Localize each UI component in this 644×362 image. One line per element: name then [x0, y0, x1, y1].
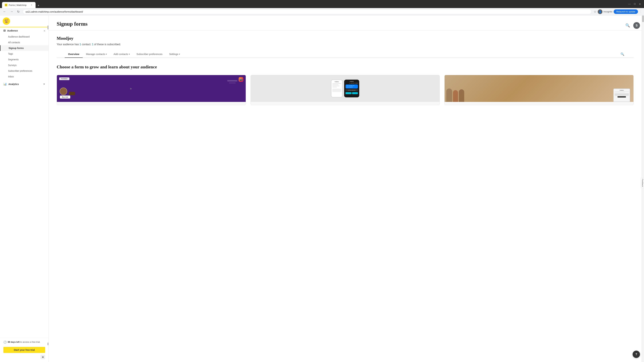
audience-section-header[interactable]: ⊟ Audience « — [0, 27, 48, 34]
sidebar-trial-area: 🕐 89 days left to access a free trial. S… — [0, 338, 48, 362]
subscribed-count-link[interactable]: 1 — [92, 43, 94, 46]
card2-sms-mockup: TANDU +1 234 567 0000 Your package has b… — [344, 80, 359, 97]
analytics-section-title: 📊 Analytics — [3, 82, 19, 86]
right-scrollbar[interactable] — [642, 15, 644, 362]
sidebar-item-signup-forms[interactable]: Signup forms — [0, 45, 48, 51]
bookmark-button[interactable]: ☆ — [594, 10, 596, 13]
window-minimize[interactable]: — — [627, 2, 632, 6]
sidebar: 🐒 ⊟ Audience « Audience dashboard All co… — [0, 15, 49, 362]
global-header-icons: 🔍 S — [626, 22, 640, 29]
form-card-landing[interactable]: TANDU — [444, 75, 634, 105]
audience-section-title: ⊟ Audience — [3, 29, 18, 32]
sidebar-item-inbox[interactable]: Inbox — [0, 74, 48, 79]
subnav-add-contacts[interactable]: Add contacts ▾ — [110, 51, 133, 58]
address-input[interactable] — [23, 9, 592, 14]
panel-toggle-icon[interactable]: ▣ — [40, 355, 45, 359]
main-area: Signup forms 🔍 S Moodjoy Your audience h… — [49, 15, 644, 362]
tab-favicon: M — [5, 4, 8, 6]
audience-subtitle: Your audience has 1 contact. 1 of these … — [57, 43, 634, 46]
address-bar: ← → ↻ ☆ 👤 Incognito Relaunch to update ⋮ — [0, 8, 644, 15]
card-image-3: TANDU — [444, 75, 634, 102]
card1-buy-btn: Buy now — [60, 95, 70, 98]
subnav-subscriber-preferences[interactable]: Subscriber preferences — [133, 51, 166, 58]
sidebar-item-all-contacts[interactable]: All contacts — [0, 39, 48, 45]
sidebar-nav: Audience dashboard All contacts Signup f… — [0, 34, 48, 79]
analytics-section-header[interactable]: 📊 Analytics ▼ — [0, 81, 48, 87]
sidebar-scrollbar-bottom — [48, 343, 48, 345]
tab-close-button[interactable]: × — [30, 4, 33, 6]
add-contacts-chevron: ▾ — [129, 53, 130, 55]
analytics-icon: 📊 — [3, 82, 7, 86]
form-cards: TANDU 📷 Buy now — [57, 75, 634, 105]
card3-bg — [444, 75, 634, 102]
subnav-search-button[interactable]: 🔍 — [619, 51, 626, 57]
contacts-count-link[interactable]: 1 — [80, 43, 81, 46]
form-card-embedded[interactable]: TANDU 📷 Buy now — [57, 75, 246, 105]
app-layout: 🐒 ⊟ Audience « Audience dashboard All co… — [0, 15, 644, 362]
card3-people — [446, 85, 466, 102]
audience-name: Moodjoy — [57, 36, 634, 41]
window-maximize[interactable]: ⊡ — [633, 2, 637, 6]
subnav-overview[interactable]: Overview — [65, 51, 83, 58]
sidebar-item-tags[interactable]: Tags — [0, 51, 48, 57]
incognito-icon: 👤 — [598, 9, 602, 14]
incognito-label: Incognito — [604, 10, 612, 13]
page-header: Signup forms — [49, 15, 642, 30]
card3-laptop: TANDU — [613, 88, 630, 102]
sidebar-item-subscriber-preferences[interactable]: Subscriber preferences — [0, 68, 48, 74]
sidebar-scrollbar — [48, 25, 48, 29]
subnav-settings[interactable]: Settings ▾ — [166, 51, 183, 58]
audience-section-icon: ⊟ — [3, 29, 6, 32]
relaunch-button[interactable]: Relaunch to update — [614, 9, 638, 14]
scrollbar-thumb — [642, 15, 644, 22]
card1-products — [60, 87, 75, 95]
trial-clock-icon: 🕐 — [3, 341, 7, 344]
new-tab-button[interactable]: + — [36, 3, 41, 8]
user-avatar[interactable]: S — [633, 22, 640, 29]
sub-nav: Overview Manage contacts ▾ Add contacts … — [57, 51, 634, 58]
search-button[interactable]: 🔍 — [626, 23, 630, 28]
tab-title: Forms | Mailchimp — [9, 4, 26, 6]
browser-window: M Forms | Mailchimp × + — ⊡ ✕ — [0, 0, 644, 8]
trial-days: 89 days left — [8, 341, 20, 343]
sidebar-logo-area: 🐒 — [0, 15, 48, 27]
sidebar-item-surveys[interactable]: Surveys — [0, 62, 48, 68]
page-title: Signup forms — [57, 21, 634, 27]
card1-brand: TANDU — [59, 77, 70, 80]
sidebar-item-audience-dashboard[interactable]: Audience dashboard — [0, 34, 48, 39]
form-card-sms[interactable]: TANDU TANDU +1 234 — [250, 75, 440, 105]
manage-contacts-chevron: ▾ — [106, 53, 107, 55]
card-image-2: TANDU TANDU +1 234 — [251, 75, 440, 102]
audience-info: Moodjoy Your audience has 1 contact. 1 o… — [49, 30, 642, 58]
analytics-chevron[interactable]: ▼ — [43, 83, 45, 85]
start-trial-button[interactable]: Start your free trial — [3, 347, 45, 353]
subnav-manage-contacts[interactable]: Manage contacts ▾ — [83, 51, 110, 58]
card-image-1: TANDU 📷 Buy now — [57, 75, 246, 102]
browser-tab[interactable]: M Forms | Mailchimp × — [2, 2, 36, 8]
back-button[interactable]: ← — [2, 9, 7, 14]
audience-collapse-icon[interactable]: « — [44, 29, 45, 32]
address-bar-actions: ☆ 👤 Incognito Relaunch to update ⋮ — [594, 9, 642, 14]
more-options-icon[interactable]: ⋮ — [639, 10, 642, 13]
content-section: Choose a form to grow and learn about yo… — [49, 58, 642, 112]
settings-chevron: ▾ — [179, 53, 180, 55]
forward-button[interactable]: → — [9, 9, 14, 14]
help-button[interactable]: ? — [632, 351, 640, 358]
section-title: Choose a form to grow and learn about yo… — [57, 64, 634, 69]
card2-phone-left: TANDU — [331, 80, 342, 97]
feedback-tab[interactable]: Feedback — [641, 178, 644, 188]
incognito-area: 👤 Incognito — [598, 9, 612, 14]
sidebar-item-segments[interactable]: Segments — [0, 57, 48, 62]
mailchimp-logo: 🐒 — [3, 17, 10, 25]
trial-text: 89 days left to access a free trial. — [8, 341, 40, 344]
reload-button[interactable]: ↻ — [16, 9, 21, 14]
window-close[interactable]: ✕ — [638, 2, 642, 6]
card1-instagram-icon: 📷 — [239, 77, 243, 82]
main-content: Signup forms 🔍 S Moodjoy Your audience h… — [49, 15, 642, 362]
